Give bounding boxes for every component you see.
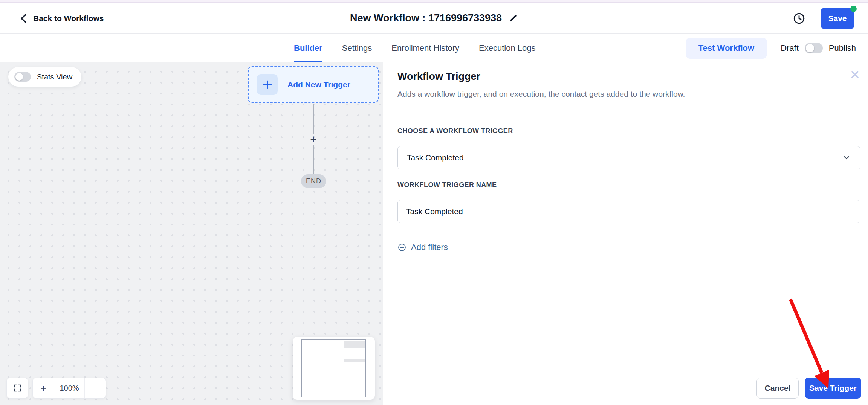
stats-view-label: Stats View xyxy=(37,73,72,81)
draft-label: Draft xyxy=(781,43,799,53)
plus-icon xyxy=(257,74,278,95)
add-new-trigger-node[interactable]: Add New Trigger xyxy=(248,66,379,103)
tab-builder[interactable]: Builder xyxy=(294,34,322,62)
chevron-left-icon xyxy=(20,14,28,23)
trigger-name-input[interactable] xyxy=(397,200,860,223)
top-accent-strip xyxy=(0,0,868,3)
publish-label: Publish xyxy=(829,43,856,53)
panel-description: Adds a workflow trigger, and on executio… xyxy=(397,90,685,99)
history-icon[interactable] xyxy=(793,12,805,25)
minimap-trigger-block xyxy=(344,341,365,348)
save-button-label: Save xyxy=(828,14,847,23)
expand-icon xyxy=(12,383,22,393)
workflow-canvas[interactable]: Stats View Add New Trigger + END xyxy=(0,62,383,405)
trigger-name-label: WORKFLOW TRIGGER NAME xyxy=(397,181,497,189)
zoom-in-button[interactable]: + xyxy=(33,378,54,398)
tab-settings[interactable]: Settings xyxy=(342,34,372,62)
publish-toggle-knob xyxy=(806,44,814,52)
stats-view-toggle[interactable] xyxy=(14,72,31,82)
connector-line-top xyxy=(313,104,314,134)
publish-control: Draft Publish xyxy=(781,43,856,53)
zoom-out-button[interactable]: − xyxy=(84,378,106,398)
stats-view-toggle-knob xyxy=(15,73,23,81)
add-new-trigger-label: Add New Trigger xyxy=(287,80,350,89)
trigger-select-value: Task Completed xyxy=(407,153,464,162)
cancel-button[interactable]: Cancel xyxy=(756,378,799,399)
workflow-title-text: New Workflow : 1716996733938 xyxy=(350,12,502,24)
tab-bar-actions: Test Workflow Draft Publish xyxy=(686,34,856,62)
panel-header-divider xyxy=(383,110,868,110)
main-content: Stats View Add New Trigger + END xyxy=(0,62,868,405)
circle-plus-icon xyxy=(397,243,406,252)
unsaved-changes-dot xyxy=(850,6,857,12)
add-step-plus-button[interactable]: + xyxy=(307,133,319,145)
trigger-settings-panel: Workflow Trigger × Adds a workflow trigg… xyxy=(383,62,868,405)
title-bar: Back to Workflows New Workflow : 1716996… xyxy=(0,3,868,34)
tab-bar: Builder Settings Enrollment History Exec… xyxy=(0,34,868,62)
minimap[interactable] xyxy=(293,337,375,400)
chevron-down-icon xyxy=(842,153,851,162)
stats-view-control: Stats View xyxy=(8,67,81,87)
back-label: Back to Workflows xyxy=(33,14,104,23)
workflow-title: New Workflow : 1716996733938 xyxy=(350,3,518,34)
minimap-end-block xyxy=(344,359,365,362)
test-workflow-button[interactable]: Test Workflow xyxy=(686,38,767,59)
zoom-controls: + 100% − xyxy=(32,378,106,399)
trigger-select-label: CHOOSE A WORKFLOW TRIGGER xyxy=(397,127,513,135)
add-filters-link[interactable]: Add filters xyxy=(397,242,448,252)
connector-line-bottom xyxy=(313,145,314,174)
panel-footer-divider xyxy=(383,368,868,368)
save-trigger-button[interactable]: Save Trigger xyxy=(805,378,861,399)
minimap-viewport xyxy=(301,339,366,397)
tab-enrollment-history[interactable]: Enrollment History xyxy=(391,34,459,62)
publish-toggle[interactable] xyxy=(805,43,823,53)
close-icon[interactable]: × xyxy=(850,66,860,83)
tab-execution-logs[interactable]: Execution Logs xyxy=(479,34,535,62)
app-root: Back to Workflows New Workflow : 1716996… xyxy=(0,0,868,405)
panel-title: Workflow Trigger xyxy=(397,71,480,82)
edit-title-icon[interactable] xyxy=(509,14,518,23)
title-bar-actions: Save xyxy=(793,3,854,34)
end-node: END xyxy=(301,174,326,188)
zoom-level: 100% xyxy=(54,378,84,398)
tabs: Builder Settings Enrollment History Exec… xyxy=(294,34,535,62)
back-to-workflows-link[interactable]: Back to Workflows xyxy=(20,3,104,34)
save-button[interactable]: Save xyxy=(821,8,854,29)
fit-view-button[interactable] xyxy=(6,378,28,399)
trigger-select[interactable]: Task Completed xyxy=(397,146,860,169)
add-filters-label: Add filters xyxy=(411,242,448,252)
